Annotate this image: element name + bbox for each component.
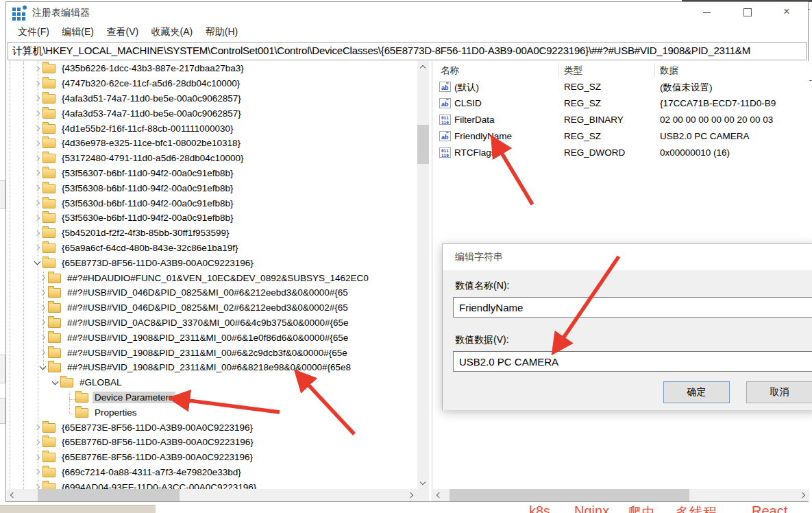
value-row[interactable]: FriendlyName REG_SZ USB2.0 PC CAMERA xyxy=(433,128,809,145)
maximize-button[interactable] xyxy=(733,2,763,22)
chevron-icon[interactable] xyxy=(33,93,42,103)
scroll-up-arrow-icon[interactable] xyxy=(417,61,429,73)
tree-item[interactable]: {65a9a6cf-64cd-480b-843e-32c86e1ba19f} xyxy=(7,241,417,256)
chevron-icon[interactable] xyxy=(38,363,48,372)
tree-item[interactable]: {65E8776E-8F56-11D0-A3B9-00A0C9223196} xyxy=(7,450,417,465)
value-row[interactable]: RTCFlags REG_DWORD 0x00000010 (16) xyxy=(433,145,809,161)
ok-button[interactable]: 确定 xyxy=(663,381,730,403)
chevron-icon[interactable] xyxy=(33,154,42,163)
column-header-data[interactable]: 数据 xyxy=(660,64,678,77)
tree-item[interactable]: {669c7214-0a88-4311-a7f3-4e79820e33bd} xyxy=(7,465,417,480)
scroll-right-arrow-icon[interactable] xyxy=(406,489,417,501)
background-link[interactable]: 多线程 xyxy=(676,503,717,513)
value-row[interactable]: FilterData REG_BINARY 02 00 00 00 00 00 … xyxy=(433,112,809,128)
chevron-icon[interactable] xyxy=(33,79,42,88)
menu-edit[interactable]: 编辑(E) xyxy=(57,23,99,38)
tree-item[interactable]: {53172480-4791-11d0-a5d6-28db04c10000} xyxy=(7,151,417,166)
scroll-down-arrow-icon[interactable] xyxy=(417,477,429,489)
tree-item[interactable]: #GLOBAL xyxy=(7,375,417,390)
minimize-button[interactable] xyxy=(691,2,722,22)
scroll-left-arrow-icon[interactable] xyxy=(7,489,19,501)
tree-item[interactable]: {4afa3d53-74a7-11d0-be5e-00a0c9062857} xyxy=(7,106,417,121)
cancel-button[interactable]: 取消 xyxy=(746,381,812,403)
tree-item[interactable]: ##?#USB#VID_0AC8&PID_3370&MI_00#6&4c9b37… xyxy=(7,315,417,331)
chevron-icon[interactable] xyxy=(38,288,48,298)
tree-item[interactable]: Properties xyxy=(7,405,417,420)
folder-icon xyxy=(42,483,56,489)
tree-item[interactable]: {6994AD04-93EF-11D0-A3CC-00A0C9223196} xyxy=(7,479,417,489)
chevron-icon[interactable] xyxy=(51,378,60,387)
scrollbar-thumb[interactable] xyxy=(38,489,180,501)
values-horizontal-scrollbar[interactable] xyxy=(433,489,809,501)
chevron-icon[interactable] xyxy=(33,123,42,133)
tree-item[interactable]: ##?#USB#VID_1908&PID_2311&MI_00#6&1e0f86… xyxy=(7,330,417,345)
chevron-icon[interactable] xyxy=(38,318,48,327)
tree-item[interactable]: {4d1e55b2-f16f-11cf-88cb-001111000030} xyxy=(7,121,417,136)
chevron-icon[interactable] xyxy=(33,168,42,178)
menu-file[interactable]: 文件(F) xyxy=(13,23,54,38)
tree-horizontal-scrollbar[interactable] xyxy=(7,489,417,501)
chevron-icon[interactable] xyxy=(33,243,42,252)
scrollbar-thumb[interactable] xyxy=(417,125,429,164)
background-link[interactable]: 爬虫 xyxy=(628,503,655,513)
menu-help[interactable]: 帮助(H) xyxy=(201,23,243,38)
chevron-icon[interactable] xyxy=(38,348,48,357)
chevron-icon[interactable] xyxy=(38,333,48,342)
tree-item[interactable]: {4d36e978-e325-11ce-bfc1-08002be10318} xyxy=(7,136,417,151)
tree-item[interactable]: {65E8776D-8F56-11D0-A3B9-00A0C9223196} xyxy=(7,435,417,450)
scroll-right-arrow-icon[interactable] xyxy=(798,489,809,501)
value-row[interactable]: (默认) REG_SZ (数值未设置) xyxy=(433,79,809,95)
tree-item[interactable]: {435b6226-1dcc-43b3-887e-217dbaa27ba3} xyxy=(7,61,417,76)
chevron-icon[interactable] xyxy=(33,108,42,118)
tree-item[interactable]: ##?#USB#VID_046D&PID_0825&MI_00#6&212eeb… xyxy=(7,285,417,300)
chevron-icon[interactable] xyxy=(33,183,42,193)
address-input[interactable] xyxy=(8,43,806,60)
tree-item[interactable]: ##?#USB#VID_046D&PID_0825&MI_02#6&212eeb… xyxy=(7,300,417,315)
tree-item[interactable]: {5b45201d-f2f2-4f3b-85bb-30ff1f953599} xyxy=(7,226,417,241)
background-link[interactable]: Nginx xyxy=(574,503,609,513)
tree-item[interactable]: ##?#HDAUDIO#FUNC_01&VEN_10EC&DEV_0892&SU… xyxy=(7,270,417,285)
tree-item[interactable]: ##?#USB#VID_1908&PID_2311&MI_00#6&8218e9… xyxy=(7,360,417,375)
chevron-icon[interactable] xyxy=(33,139,42,148)
chevron-icon[interactable] xyxy=(33,258,42,267)
background-link[interactable]: React xyxy=(752,503,787,513)
menu-favorites[interactable]: 收藏夹(A) xyxy=(147,23,198,38)
close-button[interactable]: × xyxy=(772,2,802,22)
chevron-icon[interactable] xyxy=(33,438,42,447)
background-link[interactable]: k8s xyxy=(529,503,550,513)
chevron-icon[interactable] xyxy=(33,482,42,489)
tree-item[interactable]: ##?#USB#VID_1908&PID_2311&MI_00#6&2c9dcb… xyxy=(7,345,417,360)
chevron-icon[interactable] xyxy=(33,213,42,223)
tree-item[interactable]: {4747b320-62ce-11cf-a5d6-28db04c10000} xyxy=(7,76,417,91)
column-separator[interactable] xyxy=(654,62,655,77)
tree-item[interactable]: Device Parameters xyxy=(7,390,417,405)
tree-item[interactable]: {65E8773E-8F56-11D0-A3B9-00A0C9223196} xyxy=(7,420,417,435)
chevron-icon[interactable] xyxy=(33,64,42,73)
column-header-type[interactable]: 类型 xyxy=(564,64,582,77)
tree-item[interactable]: {53f5630d-b6bf-11d0-94f2-00a0c91efb8b} xyxy=(7,195,417,211)
value-data-input[interactable] xyxy=(453,351,812,372)
pane-divider[interactable] xyxy=(432,61,432,501)
tree-item[interactable]: {53f56308-b6bf-11d0-94f2-00a0c91efb8b} xyxy=(7,180,417,195)
chevron-icon[interactable] xyxy=(33,422,42,432)
chevron-icon[interactable] xyxy=(33,453,42,462)
chevron-icon[interactable] xyxy=(33,198,42,208)
tree-item[interactable]: {53f56307-b6bf-11d0-94f2-00a0c91efb8b} xyxy=(7,166,417,181)
tree-item[interactable]: {65E8773D-8F56-11D0-A3B9-00A0C9223196} xyxy=(7,255,417,270)
chevron-icon[interactable] xyxy=(33,467,42,477)
scrollbar-thumb[interactable] xyxy=(450,489,689,501)
chevron-icon[interactable] xyxy=(38,303,48,313)
tree-item[interactable]: {53f5630e-b6bf-11d0-94f2-00a0c91efb8b} xyxy=(7,211,417,226)
column-separator[interactable] xyxy=(558,62,559,77)
folder-icon xyxy=(48,363,61,372)
value-name-input[interactable] xyxy=(453,297,812,318)
scroll-left-arrow-icon[interactable] xyxy=(433,489,445,501)
tree-item-label: {4afa3d53-74a7-11d0-be5e-00a0c9062857} xyxy=(60,108,243,119)
chevron-icon[interactable] xyxy=(33,228,42,238)
menu-view[interactable]: 查看(V) xyxy=(101,23,143,38)
column-header-name[interactable]: 名称 xyxy=(441,64,459,77)
chevron-icon[interactable] xyxy=(38,273,48,283)
tree-vertical-scrollbar[interactable] xyxy=(417,61,429,489)
value-row[interactable]: CLSID REG_SZ {17CCA71B-ECD7-11D0-B9 xyxy=(433,95,809,112)
tree-item[interactable]: {4afa3d51-74a7-11d0-be5e-00a0c9062857} xyxy=(7,91,417,106)
